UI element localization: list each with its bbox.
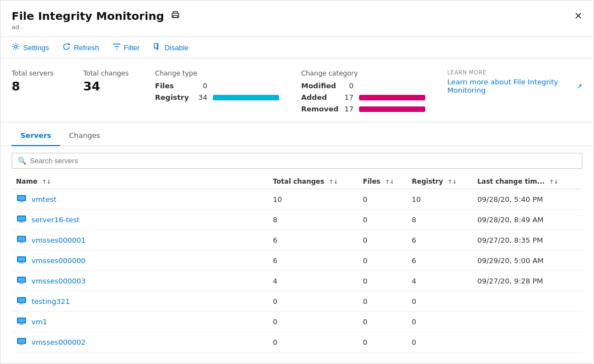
- files-cell: 0: [358, 250, 408, 271]
- registry-row: Registry 34: [155, 93, 279, 101]
- registry-cell: 4: [408, 271, 473, 291]
- col-name[interactable]: Name ↑↓: [12, 174, 269, 189]
- added-bar: [359, 95, 425, 100]
- server-name[interactable]: testing321: [31, 297, 70, 306]
- server-name-link[interactable]: vmsses000000: [16, 255, 264, 266]
- svg-rect-15: [19, 243, 24, 243]
- files-cell: 0: [358, 210, 408, 230]
- registry-cell: 0: [408, 312, 473, 332]
- server-name[interactable]: vmsses000000: [31, 256, 85, 265]
- server-name[interactable]: vmsses000003: [31, 277, 85, 285]
- refresh-icon: [62, 42, 71, 52]
- col-total-changes-label: Total changes: [273, 178, 324, 185]
- server-name[interactable]: vmsses000001: [31, 236, 85, 244]
- server-name[interactable]: vmtest: [31, 195, 56, 204]
- svg-rect-1: [173, 15, 178, 18]
- tab-servers[interactable]: Servers: [12, 126, 60, 146]
- panel-header: File Integrity Monitoring ✕ ad: [1, 1, 593, 37]
- total-changes-cell: 0: [269, 291, 358, 312]
- svg-rect-26: [20, 303, 23, 304]
- table-row: vmsses000003 4 0 4 09/27/20, 9:28 PM: [12, 271, 582, 291]
- search-bar: 🔍: [12, 153, 582, 169]
- registry-cell: 8: [408, 210, 473, 230]
- server-name[interactable]: vmsses000002: [31, 338, 85, 346]
- svg-rect-13: [18, 237, 25, 241]
- settings-button[interactable]: Settings: [12, 42, 49, 52]
- table-row: vm1 0 0 0: [12, 312, 582, 332]
- files-cell: 0: [358, 332, 408, 352]
- total-changes-cell: 0: [269, 312, 358, 332]
- svg-rect-31: [19, 324, 24, 325]
- col-last-change-sort-icon: ↑↓: [549, 179, 559, 185]
- col-total-changes-sort-icon: ↑↓: [329, 179, 338, 185]
- total-changes-block: Total changes 34: [83, 69, 133, 93]
- total-changes-label: Total changes: [83, 69, 133, 77]
- print-icon[interactable]: [171, 10, 180, 22]
- total-changes-cell: 6: [269, 250, 358, 271]
- server-name-link[interactable]: vm1: [16, 316, 264, 327]
- removed-row: Removed 17: [301, 105, 425, 113]
- server-name[interactable]: vm1: [31, 318, 47, 326]
- col-total-changes[interactable]: Total changes ↑↓: [269, 174, 358, 189]
- filter-button[interactable]: Filter: [113, 42, 140, 52]
- svg-rect-33: [18, 339, 25, 343]
- svg-point-2: [14, 45, 17, 48]
- change-type-block: Change type Files 0 Registry 34: [155, 69, 279, 105]
- files-value: 0: [196, 82, 207, 90]
- server-icon: [16, 255, 27, 266]
- registry-cell: 6: [408, 250, 473, 271]
- modified-label: Modified: [301, 82, 337, 90]
- removed-value: 17: [343, 105, 354, 113]
- change-type-label: Change type: [155, 69, 279, 77]
- table-header-row: Name ↑↓ Total changes ↑↓ Files ↑↓ Regist…: [12, 174, 582, 189]
- svg-rect-9: [18, 217, 25, 221]
- server-name-link[interactable]: vmsses000003: [16, 275, 264, 286]
- server-name-link[interactable]: server16-test: [16, 214, 264, 225]
- added-row: Added 17: [301, 93, 425, 101]
- svg-rect-19: [19, 263, 24, 264]
- server-icon: [16, 214, 27, 225]
- settings-label: Settings: [23, 44, 49, 52]
- learn-more-link[interactable]: Learn more about File Integrity Monitori…: [447, 78, 582, 94]
- registry-change-label: Registry: [155, 93, 191, 101]
- change-category-label: Change category: [301, 69, 425, 77]
- server-name-link[interactable]: vmsses000002: [16, 336, 264, 347]
- registry-bar-fill: [213, 95, 279, 100]
- total-changes-cell: 4: [269, 271, 358, 291]
- added-value: 17: [343, 93, 354, 101]
- close-button[interactable]: ✕: [574, 11, 582, 21]
- search-input[interactable]: [30, 157, 576, 165]
- svg-rect-27: [19, 304, 24, 304]
- svg-rect-25: [18, 298, 25, 302]
- server-name-link[interactable]: vmtest: [16, 194, 264, 205]
- col-registry-sort-icon: ↑↓: [447, 179, 457, 185]
- server-name[interactable]: server16-test: [31, 216, 79, 224]
- registry-change-value: 34: [196, 93, 207, 101]
- panel-subtitle: ad: [12, 24, 582, 31]
- files-cell: 0: [358, 312, 408, 332]
- total-changes-value: 34: [83, 79, 133, 93]
- tab-changes[interactable]: Changes: [60, 126, 109, 146]
- disable-button[interactable]: Disable: [153, 42, 188, 52]
- last-change-cell: 09/28/20, 5:40 PM: [473, 189, 582, 210]
- total-servers-label: Total servers: [12, 69, 61, 77]
- total-servers-block: Total servers 8: [12, 69, 61, 93]
- table-row: vmsses000002 0 0 0: [12, 332, 582, 352]
- server-name-link[interactable]: vmsses000001: [16, 234, 264, 245]
- server-name-link[interactable]: testing321: [16, 296, 264, 307]
- refresh-button[interactable]: Refresh: [62, 42, 99, 52]
- last-change-cell: 09/27/20, 8:35 PM: [473, 230, 582, 250]
- last-change-cell: [473, 291, 582, 312]
- change-category-block: Change category Modified 0 Added 17 Remo…: [301, 69, 425, 116]
- svg-rect-18: [20, 263, 23, 263]
- added-label: Added: [301, 93, 337, 101]
- tabs-bar: Servers Changes: [1, 126, 593, 146]
- registry-bar: [213, 95, 279, 100]
- col-files[interactable]: Files ↑↓: [358, 174, 408, 189]
- disable-label: Disable: [164, 44, 188, 52]
- svg-rect-34: [20, 344, 23, 345]
- svg-rect-7: [19, 202, 24, 202]
- col-registry[interactable]: Registry ↑↓: [408, 174, 473, 189]
- server-icon: [16, 194, 27, 205]
- col-last-change[interactable]: Last change tim... ↑↓: [473, 174, 582, 189]
